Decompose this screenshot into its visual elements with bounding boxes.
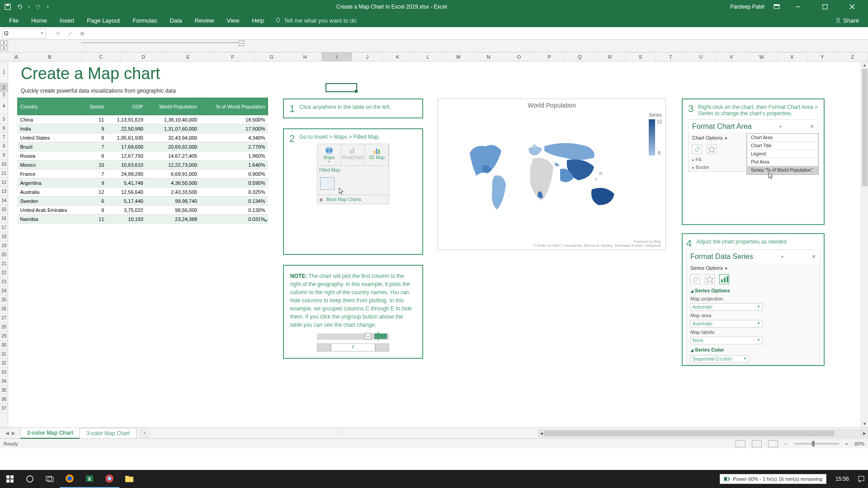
table-cell[interactable]: 4.340% [200, 133, 268, 142]
row-header[interactable]: 17 [0, 223, 8, 232]
table-header[interactable]: % of World Population [200, 98, 268, 115]
table-cell[interactable]: Mexico [18, 160, 82, 169]
col-header[interactable]: W [747, 52, 777, 61]
tab-home[interactable]: Home [25, 14, 53, 27]
table-cell[interactable]: 18.500% [200, 115, 268, 124]
row-header[interactable]: 18 [0, 232, 8, 241]
table-cell[interactable]: 6 [82, 197, 107, 206]
col-header[interactable]: S [625, 52, 656, 61]
table-cell[interactable]: Argentina [18, 178, 82, 188]
effects-icon[interactable] [705, 274, 715, 284]
table-cell[interactable]: 12,67,750 [107, 151, 146, 160]
col-header[interactable]: R [595, 52, 625, 61]
sheet-tab[interactable]: 3-color Map Chart [80, 428, 137, 439]
row-header[interactable]: 5 [0, 115, 8, 124]
formula-input[interactable] [85, 28, 868, 38]
table-cell[interactable]: 12 [82, 188, 107, 197]
row-header[interactable]: 32 [0, 359, 8, 368]
row-header[interactable]: 30 [0, 341, 8, 350]
row-header[interactable]: 4 [0, 98, 8, 115]
table-cell[interactable]: 10,183 [107, 215, 146, 224]
zoom-slider[interactable] [794, 443, 839, 445]
table-cell[interactable]: 10 [82, 160, 107, 169]
add-sheet-button[interactable]: + [140, 429, 149, 438]
col-header[interactable]: O [504, 52, 534, 61]
row-header[interactable]: 31 [0, 350, 8, 359]
chevron-down-icon[interactable]: ▼ [779, 125, 783, 129]
tab-file[interactable]: File [3, 14, 25, 27]
chevron-down-icon[interactable]: ▼ [780, 255, 784, 259]
table-cell[interactable]: France [18, 169, 82, 178]
series-options-icon[interactable] [719, 274, 729, 284]
table-cell[interactable]: 17.500% [200, 124, 268, 133]
scroll-left-icon[interactable]: ◀ [538, 430, 545, 436]
col-header[interactable]: L [413, 52, 443, 61]
tab-view[interactable]: View [220, 14, 245, 27]
row-header[interactable]: 19 [0, 241, 8, 250]
col-header[interactable]: E [166, 52, 211, 61]
table-cell[interactable]: China [18, 115, 82, 124]
page-layout-button[interactable] [752, 440, 762, 447]
table-cell[interactable]: 11 [82, 215, 107, 224]
row-header[interactable]: 33 [0, 368, 8, 377]
table-cell[interactable]: 6,69,91,000 [146, 169, 200, 178]
normal-view-button[interactable] [736, 440, 745, 447]
table-cell[interactable]: India [18, 124, 82, 133]
table-cell[interactable]: 1.960% [200, 151, 268, 160]
fmt-subtitle[interactable]: Series Options [690, 265, 723, 271]
table-header[interactable]: GDP [107, 98, 146, 115]
fill-section[interactable]: Fill [696, 157, 702, 162]
dropdown-item[interactable]: Legend [747, 150, 818, 158]
row-header[interactable]: 27 [0, 314, 8, 323]
task-view-icon[interactable] [40, 470, 60, 488]
excel-icon[interactable]: X [80, 470, 99, 488]
row-header[interactable]: 6 [0, 124, 8, 133]
col-header[interactable]: Q [565, 52, 595, 61]
table-cell[interactable]: 98,56,000 [146, 206, 200, 215]
table-cell[interactable]: 3,75,022 [107, 206, 146, 215]
tab-page-layout[interactable]: Page Layout [80, 14, 126, 27]
scroll-up-icon[interactable]: ▲ [861, 61, 868, 69]
horizontal-scrollbar[interactable]: ◀ ▶ [538, 430, 868, 437]
tab-insert[interactable]: Insert [53, 14, 81, 27]
row-header[interactable]: 21 [0, 259, 8, 268]
dropdown-item[interactable]: Chart Area [747, 134, 818, 142]
row-header[interactable]: 7 [0, 133, 8, 142]
sheet-canvas[interactable]: Create a Map chart Quickly create powerf… [8, 61, 868, 427]
clock[interactable]: 15:56 [830, 476, 854, 482]
table-cell[interactable]: 4,38,50,000 [146, 178, 200, 188]
table-cell[interactable]: 2.770% [200, 142, 268, 151]
cancel-formula-icon[interactable]: ✕ [55, 30, 61, 37]
row-header[interactable]: 8 [0, 142, 8, 151]
chevron-down-icon[interactable]: ▼ [40, 31, 44, 35]
series-color-section[interactable]: Series Color [695, 347, 724, 352]
table-cell[interactable]: Brazil [18, 142, 82, 151]
row-header[interactable]: 22 [0, 268, 8, 277]
col-header[interactable]: V [717, 52, 747, 61]
table-cell[interactable]: 11 [82, 115, 107, 124]
col-header[interactable]: K [383, 52, 413, 61]
zoom-level[interactable]: 80% [854, 441, 864, 446]
table-cell[interactable]: 1,31,07,60,000 [146, 124, 200, 133]
scroll-thumb[interactable] [862, 69, 868, 186]
table-cell[interactable]: 1,85,61,930 [107, 133, 146, 142]
scroll-down-icon[interactable]: ▼ [861, 420, 868, 427]
table-header[interactable]: Country [18, 98, 82, 115]
accept-formula-icon[interactable]: ✓ [68, 30, 73, 37]
col-header[interactable]: A [14, 52, 19, 61]
col-header[interactable]: M [443, 52, 474, 61]
tab-formulas[interactable]: Formulas [126, 14, 163, 27]
row-header[interactable]: 15 [0, 205, 8, 214]
tell-me[interactable]: Tell me what you want to do [275, 17, 356, 24]
col-header[interactable]: Y [807, 52, 838, 61]
table-cell[interactable]: 9 [82, 206, 107, 215]
table-cell[interactable]: Sweden [18, 197, 82, 206]
table-cell[interactable]: Namibia [18, 215, 82, 224]
table-cell[interactable]: 12,22,73,000 [146, 160, 200, 169]
row-header[interactable]: 9 [0, 151, 8, 160]
row-header[interactable]: 2 [0, 83, 8, 92]
page-break-button[interactable] [768, 440, 778, 447]
dropdown-item[interactable]: Chart Title [747, 142, 818, 150]
table-cell[interactable]: 99,98,740 [146, 197, 200, 206]
row-header[interactable]: 23 [0, 277, 8, 286]
